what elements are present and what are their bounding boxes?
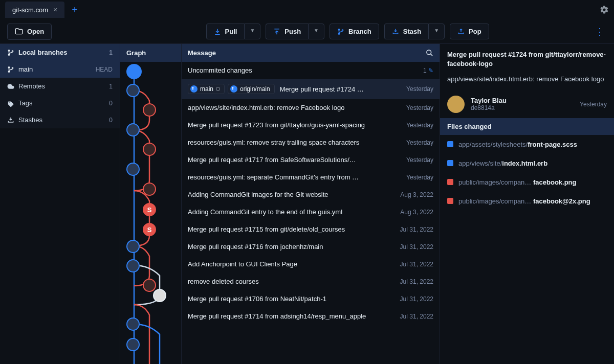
file-name: facebook.png — [533, 178, 577, 186]
commit-row[interactable]: app/views/site/index.html.erb: remove Fa… — [182, 99, 440, 117]
file-dir: app/assets/stylesheets/ — [458, 141, 528, 148]
graph-node[interactable] — [126, 64, 142, 79]
commit-row[interactable]: Merge pull request #1706 from NeatNit/pa… — [182, 290, 440, 308]
graph-node[interactable] — [126, 338, 140, 351]
graph-node[interactable] — [126, 317, 140, 331]
graph-node[interactable] — [126, 163, 140, 176]
sidebar-stashes[interactable]: Stashes 0 — [0, 111, 120, 128]
graph-node[interactable] — [143, 103, 156, 117]
file-row[interactable]: public/images/compan… facebook@2x.png — [440, 192, 614, 211]
svg-point-7 — [8, 71, 9, 72]
stash-button[interactable]: Stash — [384, 24, 428, 39]
detail-subtitle: app/views/site/index.html.erb: remove Fa… — [440, 75, 614, 90]
more-menu[interactable]: ⋮ — [592, 23, 607, 40]
file-name: index.html.erb — [502, 160, 547, 167]
tab-strip: git-scm.com × + — [5, 2, 83, 18]
author-name: Taylor Blau — [471, 97, 574, 104]
commit-message: Merge pull request #1723 from git/ttaylo… — [188, 121, 401, 129]
branch-pill-origin[interactable]: origin/main — [228, 84, 275, 94]
commit-row[interactable]: Merge pull request #1717 from SafeSoftwa… — [182, 151, 440, 169]
commit-row[interactable]: main origin/main Merge pull request #172… — [182, 79, 440, 99]
modified-icon — [447, 160, 453, 166]
pull-dropdown[interactable]: ▼ — [244, 24, 260, 39]
pop-button[interactable]: Pop — [450, 24, 489, 39]
sidebar-local-branches[interactable]: Local branches 1 — [0, 44, 120, 61]
uncommitted-label: Uncommited changes — [188, 66, 418, 74]
file-dir: public/images/compan… — [458, 197, 531, 205]
graph-node[interactable] — [143, 279, 156, 292]
commit-row[interactable]: resources/guis.yml: remove stray trailin… — [182, 134, 440, 151]
sidebar-remotes[interactable]: Remotes 1 — [0, 78, 120, 95]
graph-node[interactable] — [143, 143, 156, 156]
file-row[interactable]: app/assets/stylesheets/front-page.scss — [440, 135, 614, 154]
uncommitted-count: 1 — [423, 67, 427, 74]
sidebar-branch-main[interactable]: main HEAD — [0, 61, 120, 78]
new-tab-button[interactable]: + — [67, 2, 83, 18]
svg-point-5 — [12, 50, 13, 51]
message-header-label: Message — [188, 49, 216, 57]
search-button[interactable] — [426, 49, 433, 57]
commit-message: Merge pull request #1714 from adsingh14/… — [188, 312, 395, 320]
commit-message: Adding CommandGit images for the Git web… — [188, 191, 395, 198]
close-icon[interactable]: × — [53, 6, 57, 14]
tag-icon — [7, 100, 14, 107]
settings-button[interactable] — [600, 5, 609, 14]
commit-row[interactable]: Merge pull request #1716 from jochenhz/m… — [182, 238, 440, 256]
modified-icon — [447, 141, 453, 147]
commit-date: Jul 31, 2022 — [400, 261, 433, 268]
commit-date: Yesterday — [406, 139, 433, 146]
commit-date: Jul 31, 2022 — [400, 295, 433, 303]
commit-message: resources/guis.yml: remove stray trailin… — [188, 139, 401, 146]
graph-node[interactable] — [126, 84, 140, 97]
file-row[interactable]: app/views/site/index.html.erb — [440, 154, 614, 173]
commit-row[interactable]: Add Anchorpoint to GUI Clients PageJul 3… — [182, 256, 440, 273]
stash-label: Stash — [403, 28, 421, 35]
file-name: front-page.scss — [528, 141, 577, 148]
stash-dropdown[interactable]: ▼ — [428, 24, 445, 39]
branch-button[interactable]: Branch — [330, 24, 379, 39]
push-dropdown[interactable]: ▼ — [308, 24, 324, 39]
head-badge: HEAD — [96, 66, 113, 73]
detail-date: Yesterday — [580, 101, 607, 108]
upload-icon — [273, 28, 280, 35]
branch-icon — [337, 28, 344, 35]
commit-date: Jul 31, 2022 — [400, 278, 433, 285]
pencil-icon: ✎ — [428, 67, 433, 74]
open-button[interactable]: Open — [7, 24, 52, 40]
file-row[interactable]: public/images/compan… facebook.png — [440, 173, 614, 192]
graph-node[interactable]: S — [143, 223, 156, 236]
uncommitted-row[interactable]: Uncommited changes 1 ✎ — [182, 62, 440, 79]
repo-tab[interactable]: git-scm.com × — [5, 2, 64, 18]
commit-date: Aug 3, 2022 — [400, 191, 433, 198]
commit-row[interactable]: Merge pull request #1714 from adsingh14/… — [182, 308, 440, 325]
sidebar: Local branches 1 main HEAD Remotes 1 Tag… — [0, 44, 120, 364]
tags-count: 0 — [109, 100, 113, 107]
file-dir: public/images/compan… — [458, 178, 531, 186]
commit-row[interactable]: remove deleted coursesJul 31, 2022 — [182, 273, 440, 290]
commit-date: Yesterday — [406, 122, 433, 129]
graph-node[interactable] — [143, 183, 156, 196]
pull-button[interactable]: Pull — [206, 24, 245, 39]
graph-node[interactable]: S — [143, 203, 156, 216]
branch-pill-main[interactable]: main — [188, 84, 225, 94]
commit-row[interactable]: Adding CommandGit images for the Git web… — [182, 186, 440, 203]
titlebar: git-scm.com × + — [0, 0, 614, 19]
pill-origin-label: origin/main — [240, 85, 270, 93]
commit-row[interactable]: Merge pull request #1715 from git/delete… — [182, 221, 440, 238]
commit-row[interactable]: Merge pull request #1723 from git/ttaylo… — [182, 117, 440, 134]
sidebar-tags[interactable]: Tags 0 — [0, 95, 120, 111]
tags-label: Tags — [18, 99, 32, 107]
graph-node[interactable] — [126, 123, 140, 136]
commit-date: Yesterday — [406, 156, 433, 164]
graph-node[interactable] — [126, 259, 140, 272]
commit-row[interactable]: resources/guis.yml: separate CommandGit'… — [182, 169, 440, 186]
commit-row[interactable]: Adding CommandGit entry to the end of th… — [182, 203, 440, 221]
push-button[interactable]: Push — [266, 24, 308, 39]
local-branches-label: Local branches — [18, 49, 67, 56]
graph-node[interactable] — [126, 240, 140, 253]
download-icon — [214, 28, 221, 35]
folder-icon — [15, 28, 23, 36]
commit-date: Yesterday — [406, 174, 433, 181]
branch-dot-icon — [230, 85, 237, 93]
graph-node[interactable] — [153, 289, 166, 302]
